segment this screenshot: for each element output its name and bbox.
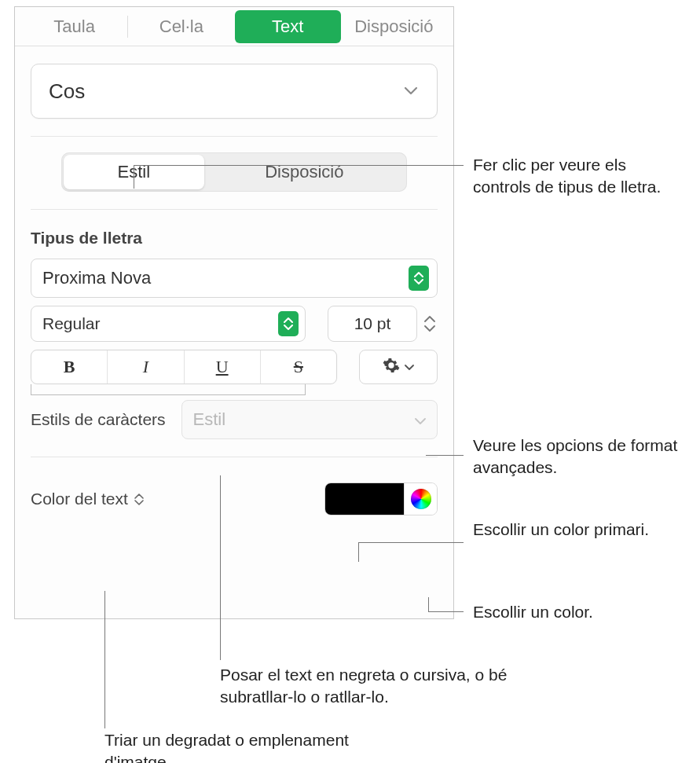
leader-line bbox=[428, 611, 464, 612]
bold-button[interactable]: B bbox=[31, 350, 108, 383]
font-size-value: 10 pt bbox=[354, 314, 391, 333]
font-size-box: 10 pt bbox=[328, 306, 438, 342]
font-size-input[interactable]: 10 pt bbox=[328, 306, 417, 342]
segment-disposicio[interactable]: Disposició bbox=[204, 155, 405, 189]
divider bbox=[31, 136, 438, 137]
font-weight-select[interactable]: Regular bbox=[31, 306, 306, 342]
char-styles-label: Estils de caràcters bbox=[31, 410, 166, 429]
color-wheel-icon bbox=[411, 489, 431, 509]
bracket-decoration bbox=[31, 384, 306, 395]
char-styles-placeholder: Estil bbox=[193, 409, 226, 430]
tab-disposicio[interactable]: Disposició bbox=[341, 10, 447, 43]
char-styles-select[interactable]: Estil bbox=[181, 400, 438, 439]
font-section-label: Tipus de lletra bbox=[31, 229, 438, 248]
leader-line bbox=[358, 542, 464, 543]
text-style-group: B I U S bbox=[31, 350, 337, 384]
color-swatch-group bbox=[324, 482, 438, 515]
leader-line bbox=[104, 591, 105, 728]
callout-gradient: Triar un degradat o emplenament d'imatge… bbox=[104, 729, 372, 763]
divider bbox=[31, 457, 438, 457]
leader-line bbox=[134, 165, 134, 189]
chevron-down-icon bbox=[402, 83, 420, 100]
text-color-label: Color del text bbox=[31, 490, 128, 508]
color-well[interactable] bbox=[325, 483, 404, 515]
divider bbox=[31, 209, 438, 210]
text-color-menu[interactable]: Color del text bbox=[31, 490, 144, 508]
leader-line bbox=[428, 597, 429, 611]
format-panel: Taula Cel·la Text Disposició Cos Estil D… bbox=[14, 6, 454, 619]
font-weight-value: Regular bbox=[42, 314, 101, 333]
paragraph-style-select[interactable]: Cos bbox=[31, 64, 438, 119]
italic-button[interactable]: I bbox=[108, 350, 184, 383]
leader-line bbox=[426, 455, 464, 456]
tab-text[interactable]: Text bbox=[235, 10, 341, 43]
advanced-options-button[interactable] bbox=[359, 350, 438, 384]
stepper-icon bbox=[134, 493, 144, 505]
callout-bius: Posar el text en negreta o cursiva, o bé… bbox=[220, 664, 566, 709]
callout-font-controls: Fer clic per veure els controls de tipus… bbox=[473, 154, 685, 199]
color-picker-button[interactable] bbox=[404, 483, 437, 515]
font-family-select[interactable]: Proxima Nova bbox=[31, 259, 438, 298]
strikethrough-button[interactable]: S bbox=[261, 350, 336, 383]
callout-color: Escollir un color. bbox=[473, 601, 677, 623]
chevron-down-icon bbox=[415, 409, 426, 430]
leader-line bbox=[220, 475, 221, 660]
tab-taula[interactable]: Taula bbox=[21, 10, 127, 43]
leader-line bbox=[134, 165, 464, 166]
inspector-tabs: Taula Cel·la Text Disposició bbox=[15, 7, 453, 46]
chevron-down-icon bbox=[405, 360, 414, 374]
underline-button[interactable]: U bbox=[185, 350, 261, 383]
leader-line bbox=[358, 542, 359, 562]
stepper-icon bbox=[409, 266, 429, 291]
gear-icon bbox=[383, 357, 400, 377]
stepper-icon bbox=[278, 311, 299, 336]
callout-primary-color: Escollir un color primari. bbox=[473, 519, 677, 541]
font-family-value: Proxima Nova bbox=[42, 268, 151, 288]
callout-advanced: Veure les opcions de format avançades. bbox=[473, 435, 693, 479]
tab-cella[interactable]: Cel·la bbox=[128, 10, 234, 43]
style-layout-segment: Estil Disposició bbox=[31, 152, 438, 192]
font-size-stepper[interactable] bbox=[422, 310, 438, 337]
paragraph-style-value: Cos bbox=[49, 79, 85, 104]
